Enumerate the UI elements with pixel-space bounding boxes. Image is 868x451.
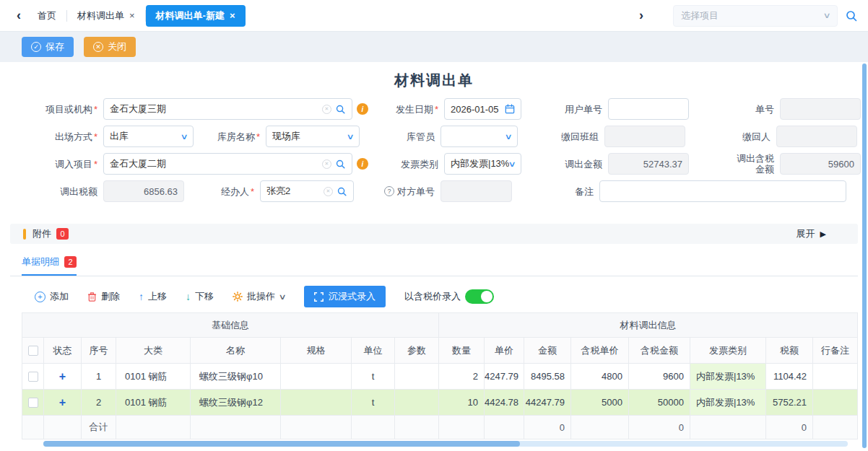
total-label: 合计: [82, 416, 116, 439]
user-no-input[interactable]: [608, 98, 689, 120]
horizontal-scrollbar[interactable]: [43, 441, 848, 447]
keeper-label: 库管员: [365, 131, 435, 142]
tax-entry-toggle[interactable]: [465, 289, 494, 304]
tab-bar: ‹ 首页 材料调出单 × 材料调出单-新建 × › 选择项目 ∨: [0, 0, 868, 32]
row-add-icon[interactable]: +: [59, 370, 66, 382]
cell-category: 0101 钢筋: [116, 390, 191, 416]
out-amount-tax-label: 调出含税金额: [731, 153, 774, 175]
close-icon[interactable]: ×: [230, 10, 235, 21]
attachment-label: 附件: [32, 227, 51, 240]
close-icon[interactable]: ×: [129, 10, 135, 21]
cell-seq: 1: [82, 364, 116, 390]
col-header: 名称: [191, 338, 281, 364]
select-all-checkbox[interactable]: [28, 346, 38, 356]
doc-no-label: 单号: [718, 104, 774, 115]
warehouse-select[interactable]: 现场库 ∨: [266, 126, 360, 147]
return-person-input: [776, 126, 857, 147]
col-header: 数量: [439, 338, 485, 364]
attachment-bar[interactable]: 附件 0 展开 ▶: [10, 224, 858, 244]
tab-detail[interactable]: 单据明细 2: [22, 255, 77, 276]
project-org-input[interactable]: 金石大厦三期 ✕: [103, 98, 352, 120]
immersive-entry-button[interactable]: 沉浸式录入: [304, 286, 386, 307]
app-window: ‹ 首页 材料调出单 × 材料调出单-新建 × › 选择项目 ∨ ✓ 保存: [0, 0, 868, 451]
clear-icon[interactable]: ✕: [322, 159, 331, 169]
project-select[interactable]: 选择项目 ∨: [673, 5, 838, 27]
delete-row-button[interactable]: 删除: [87, 290, 120, 303]
col-header: 发票类别: [690, 338, 766, 364]
out-tax-label: 调出税额: [22, 186, 97, 197]
in-project-input[interactable]: 金石大厦二期 ✕: [103, 153, 352, 175]
occur-date-input[interactable]: 2026-01-05: [444, 98, 521, 120]
col-header: 行备注: [813, 338, 858, 364]
table-row-selected: + 2 0101 钢筋 螺纹三级钢φ12 t 10 4424.78 44247.…: [22, 390, 858, 416]
row-checkbox[interactable]: [28, 398, 38, 408]
horizontal-scrollbar-thumb[interactable]: [43, 441, 520, 447]
warehouse-label: 库房名称*: [194, 131, 260, 142]
tab-material-out-new[interactable]: 材料调出单-新建 ×: [146, 5, 246, 27]
col-header: 含税单价: [571, 338, 629, 364]
agent-input[interactable]: 张亮2 ✕: [260, 180, 354, 202]
tab-home[interactable]: 首页: [27, 5, 66, 27]
occur-date-label: 发生日期*: [374, 104, 438, 115]
cell-price: 4247.79: [485, 364, 524, 390]
add-row-button[interactable]: + 添加: [35, 290, 69, 303]
tabs-back-icon[interactable]: ‹: [10, 8, 27, 23]
out-amount-tax-field: 59600: [780, 153, 861, 175]
search-icon[interactable]: [335, 104, 346, 115]
return-person-label: 缴回人: [714, 131, 771, 142]
chevron-down-icon: ∨: [504, 132, 512, 141]
expand-button[interactable]: 展开 ▶: [797, 227, 826, 240]
check-circle-icon: ✓: [31, 42, 41, 52]
col-header: 大类: [116, 338, 191, 364]
move-up-button[interactable]: ↑ 上移: [139, 290, 167, 303]
cell-param: [395, 390, 439, 416]
tax-entry-toggle-wrap: 以含税价录入: [404, 289, 494, 304]
fullscreen-icon: [314, 292, 324, 302]
page-title: 材料调出单: [0, 62, 868, 98]
tabs-forward-icon[interactable]: ›: [633, 8, 650, 23]
expand-label: 展开: [797, 227, 815, 240]
cell-amount-tax: 50000: [629, 390, 690, 416]
chevron-down-icon: ∨: [278, 292, 286, 302]
attachment-marker-icon: [23, 229, 26, 240]
close-button-label: 关闭: [108, 40, 126, 53]
row-add-icon[interactable]: +: [59, 396, 66, 408]
detail-count-badge: 2: [64, 256, 77, 268]
calendar-icon[interactable]: [505, 104, 515, 114]
project-org-label: 项目或机构*: [22, 104, 97, 115]
search-icon[interactable]: [335, 159, 346, 170]
cell-name: 螺纹三级钢φ12: [191, 390, 281, 416]
close-button[interactable]: ✕ 关闭: [84, 37, 136, 57]
vertical-scrollbar[interactable]: [862, 64, 867, 448]
tab-label: 材料调出单-新建: [156, 9, 225, 22]
tab-material-out-list[interactable]: 材料调出单 ×: [67, 5, 145, 27]
cell-tax: 1104.42: [766, 364, 813, 390]
remark-input[interactable]: [599, 180, 846, 202]
batch-ops-button[interactable]: 批操作 ∨: [233, 290, 285, 303]
col-header: 含税金额: [629, 338, 690, 364]
total-tax: 0: [766, 416, 813, 439]
select-all-checkbox-cell: [22, 338, 44, 364]
invoice-type-select[interactable]: 内部发票|13% ∨: [444, 153, 521, 175]
arrow-down-icon: ↓: [186, 291, 191, 302]
clear-icon[interactable]: ✕: [324, 187, 333, 196]
clear-icon[interactable]: ✕: [322, 105, 331, 114]
move-down-button[interactable]: ↓ 下移: [186, 290, 214, 303]
keeper-select[interactable]: ∨: [440, 126, 518, 147]
cell-category: 0101 钢筋: [116, 364, 191, 390]
info-icon[interactable]: i: [357, 103, 368, 115]
cell-price-tax: 4800: [571, 364, 629, 390]
col-header: 序号: [82, 338, 116, 364]
row-checkbox[interactable]: [28, 372, 38, 382]
cell-seq: 2: [82, 390, 116, 416]
tab-label: 首页: [38, 9, 56, 22]
search-icon[interactable]: [337, 186, 347, 197]
search-icon[interactable]: [845, 9, 858, 22]
save-button[interactable]: ✓ 保存: [22, 37, 74, 57]
exit-mode-select[interactable]: 出库 ∨: [103, 126, 194, 147]
invoice-type-label: 发票类别: [374, 159, 438, 170]
form-panel: 材料调出单 项目或机构* 金石大厦三期 ✕ i 发生日期* 2026-01-05: [0, 62, 868, 447]
info-icon[interactable]: i: [357, 158, 368, 170]
cell-price-tax: 5000: [571, 390, 629, 416]
cell-qty: 2: [439, 364, 485, 390]
